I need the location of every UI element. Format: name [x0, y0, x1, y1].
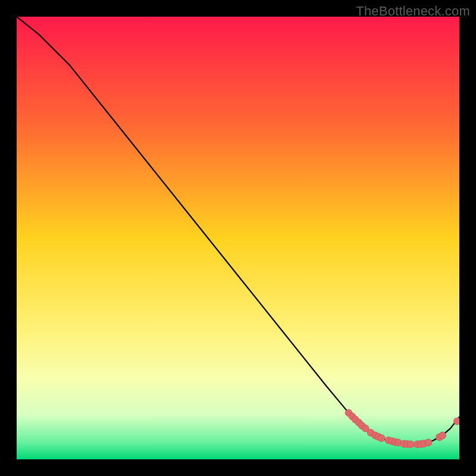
- svg-point-10: [378, 434, 385, 441]
- svg-point-23: [439, 432, 446, 439]
- watermark-text: TheBottleneck.com: [356, 4, 470, 19]
- plot-area: [17, 17, 459, 459]
- svg-point-24: [453, 418, 459, 425]
- svg-point-17: [407, 441, 414, 448]
- svg-rect-0: [17, 17, 459, 459]
- chart-frame: TheBottleneck.com: [0, 0, 476, 476]
- svg-point-21: [425, 439, 432, 446]
- chart-svg: [17, 17, 459, 459]
